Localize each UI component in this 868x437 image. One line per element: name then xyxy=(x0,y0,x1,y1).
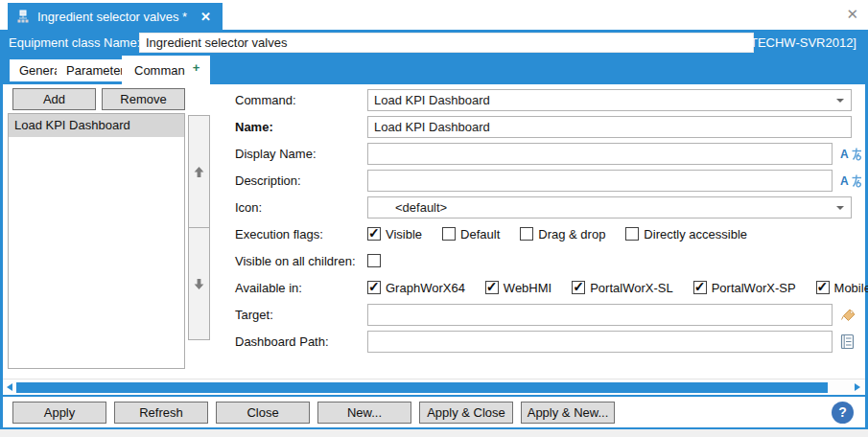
checkbox-option[interactable]: Drag & drop xyxy=(520,227,605,242)
new-button[interactable]: New... xyxy=(317,402,411,424)
icon-dropdown-value: <default> xyxy=(395,200,447,215)
icon-label: Icon: xyxy=(235,200,367,215)
checkbox-checked[interactable] xyxy=(693,281,707,294)
equipment-name-label: Equipment class Name: xyxy=(9,35,140,50)
checkbox-checked[interactable] xyxy=(572,281,585,294)
target-input[interactable] xyxy=(368,305,832,325)
close-button[interactable]: Close xyxy=(216,402,310,424)
chevron-down-icon xyxy=(836,99,844,103)
available-in-group: GraphWorX64WebHMIPortalWorX-SLPortalWorX… xyxy=(367,281,868,295)
icon-row: Icon: <default> xyxy=(235,194,863,220)
checkbox-label: Directly accessible xyxy=(644,227,747,242)
checkbox-option[interactable]: MobileHMI xyxy=(816,281,868,295)
checkbox-option[interactable]: WebHMI xyxy=(485,281,551,295)
checkbox-label: PortalWorX-SP xyxy=(712,281,796,295)
target-row: Target: xyxy=(235,301,863,328)
pane-close-icon[interactable]: ✕ xyxy=(846,6,858,23)
move-down-button[interactable] xyxy=(188,228,210,340)
checkbox-option[interactable]: Visible xyxy=(367,227,422,242)
equipment-name-input[interactable] xyxy=(139,33,754,53)
command-row: Command: Load KPI Dashboard xyxy=(235,86,863,113)
execution-flags-row: Execution flags: VisibleDefaultDrag & dr… xyxy=(235,220,863,247)
horizontal-scrollbar[interactable] xyxy=(3,379,865,395)
commands-list: Load KPI Dashboard xyxy=(8,113,185,369)
name-label: Name: xyxy=(235,120,367,134)
available-in-label: Available in: xyxy=(235,281,367,295)
tab-strip: General Parameters Commands + xyxy=(0,56,868,84)
name-row: Name: xyxy=(235,113,863,140)
server-name-badge: [TECHW-SVR2012] xyxy=(746,35,856,50)
checkbox-label: PortalWorX-SL xyxy=(590,281,672,295)
down-arrow-icon xyxy=(193,277,205,291)
move-up-button[interactable] xyxy=(188,115,210,228)
target-field-box xyxy=(367,304,833,326)
checkbox-unchecked[interactable] xyxy=(520,227,533,241)
up-arrow-icon xyxy=(193,165,205,179)
checkbox-option[interactable]: GraphWorX64 xyxy=(367,281,465,295)
checkbox-checked[interactable] xyxy=(367,227,381,241)
add-command-button[interactable]: Add xyxy=(12,88,96,110)
equipment-class-editor-window: Ingredient selector valves * ✕ ✕ Equipme… xyxy=(0,0,868,437)
command-form: Command: Load KPI Dashboard Name: Displa… xyxy=(235,86,863,355)
svg-text:A: A xyxy=(840,174,849,188)
tab-close-icon[interactable]: ✕ xyxy=(200,10,211,24)
checkbox-unchecked[interactable] xyxy=(625,227,639,241)
command-list-item[interactable]: Load KPI Dashboard xyxy=(9,114,184,137)
document-tab-bar: Ingredient selector valves * ✕ ✕ xyxy=(0,0,868,30)
document-tab-ingredient-selector-valves[interactable]: Ingredient selector valves * ✕ xyxy=(8,3,223,30)
execution-flags-group: VisibleDefaultDrag & dropDirectly access… xyxy=(367,227,747,242)
scroll-right-icon[interactable] xyxy=(855,383,860,391)
localization-icon[interactable]: A xyxy=(840,147,863,161)
footer-button-bar: ApplyRefreshCloseNew...Apply & CloseAppl… xyxy=(3,395,865,427)
checkbox-unchecked[interactable] xyxy=(442,227,456,241)
command-label: Command: xyxy=(235,93,367,107)
visible-all-children-label: Visible on all children: xyxy=(235,254,367,268)
scrollbar-thumb[interactable] xyxy=(16,382,828,393)
checkbox-label: Default xyxy=(460,227,500,242)
scroll-left-icon[interactable] xyxy=(7,383,12,391)
checkbox-unchecked[interactable] xyxy=(367,254,381,267)
equipment-name-bar: Equipment class Name: [TECHW-SVR2012] xyxy=(0,30,868,56)
tag-browse-icon[interactable] xyxy=(840,307,857,323)
name-input[interactable] xyxy=(368,117,851,137)
apply-button[interactable]: Apply xyxy=(12,402,106,424)
chevron-down-icon xyxy=(836,206,844,210)
localization-icon[interactable]: A xyxy=(840,173,863,188)
checkbox-label: GraphWorX64 xyxy=(386,281,465,295)
name-field-box xyxy=(367,116,852,138)
remove-command-button[interactable]: Remove xyxy=(102,88,185,110)
checkbox-option[interactable]: Default xyxy=(442,227,500,242)
dashboard-path-row: Dashboard Path: xyxy=(235,328,863,355)
equipment-class-icon xyxy=(16,10,30,24)
display-name-label: Display Name: xyxy=(235,147,367,161)
description-label: Description: xyxy=(235,173,367,188)
checkbox-label: Visible xyxy=(386,227,422,242)
command-dropdown[interactable]: Load KPI Dashboard xyxy=(367,89,852,111)
checkbox-option[interactable]: Directly accessible xyxy=(625,227,747,242)
target-label: Target: xyxy=(235,308,367,322)
checkbox-option[interactable]: PortalWorX-SP xyxy=(693,281,796,295)
commands-content: Add Remove Load KPI Dashboard Co xyxy=(3,84,865,379)
help-button[interactable]: ? xyxy=(832,402,854,424)
checkbox-option[interactable]: PortalWorX-SL xyxy=(572,281,672,295)
display-name-input[interactable] xyxy=(368,144,832,164)
svg-text:A: A xyxy=(840,148,849,161)
document-tab-title: Ingredient selector valves * xyxy=(37,10,187,24)
apply-and-new-button[interactable]: Apply & New... xyxy=(521,402,615,424)
icon-dropdown[interactable]: <default> xyxy=(367,196,852,218)
display-name-row: Display Name: A xyxy=(235,140,863,167)
add-tab-button[interactable]: + xyxy=(185,58,207,77)
description-input[interactable] xyxy=(368,171,832,191)
dashboard-path-input[interactable] xyxy=(368,332,832,352)
checkbox-checked[interactable] xyxy=(816,281,830,294)
apply-and-close-button[interactable]: Apply & Close xyxy=(419,402,513,424)
checkbox-checked[interactable] xyxy=(367,281,381,294)
execution-flags-label: Execution flags: xyxy=(235,227,367,242)
checkbox-label: WebHMI xyxy=(504,281,551,295)
description-row: Description: A xyxy=(235,167,863,194)
file-browse-icon[interactable] xyxy=(840,334,855,350)
checkbox-checked[interactable] xyxy=(485,281,499,294)
refresh-button[interactable]: Refresh xyxy=(114,402,208,424)
description-field-box xyxy=(367,170,833,192)
dashboard-path-label: Dashboard Path: xyxy=(235,334,367,349)
